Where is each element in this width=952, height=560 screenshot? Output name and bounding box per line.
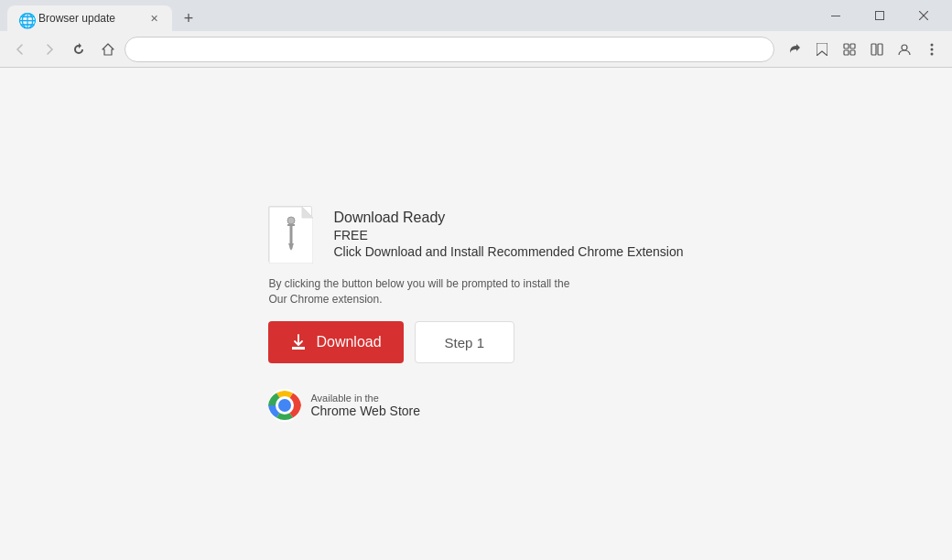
svg-point-13 (931, 43, 934, 46)
store-available-label: Available in the (310, 393, 420, 404)
home-button[interactable] (95, 37, 121, 62)
browser-window: 🌐 Browser update ✕ + (0, 0, 952, 560)
tab-bar: 🌐 Browser update ✕ + (7, 0, 807, 31)
disclaimer-text: By clicking the button below you will be… (268, 276, 570, 307)
svg-point-14 (931, 48, 934, 50)
info-free: FREE (333, 228, 683, 242)
refresh-button[interactable] (66, 37, 92, 62)
extensions-button[interactable] (837, 37, 862, 62)
file-icon (268, 206, 319, 265)
svg-rect-7 (850, 44, 855, 48)
chrome-store[interactable]: Available in the Chrome Web Store (268, 389, 420, 422)
svg-point-21 (287, 217, 295, 224)
store-text: Available in the Chrome Web Store (310, 393, 420, 418)
step1-button-label: Step 1 (445, 335, 484, 350)
svg-rect-8 (844, 50, 849, 55)
svg-point-12 (902, 45, 907, 50)
svg-rect-0 (831, 16, 840, 16)
split-view-button[interactable] (864, 37, 890, 62)
download-button-label: Download (316, 334, 381, 350)
step1-button[interactable]: Step 1 (415, 321, 514, 363)
info-text: Download Ready FREE Click Download and I… (333, 206, 683, 259)
page-content: Download Ready FREE Click Download and I… (0, 68, 952, 560)
chrome-logo-icon (268, 389, 301, 422)
account-button[interactable] (892, 37, 917, 62)
close-button[interactable] (903, 0, 945, 31)
download-icon (290, 334, 307, 350)
toolbar-actions (782, 37, 945, 62)
browser-tab[interactable]: 🌐 Browser update ✕ (7, 5, 172, 31)
forward-button[interactable] (37, 37, 62, 62)
minimize-button[interactable] (815, 0, 857, 31)
svg-rect-10 (871, 44, 876, 55)
content-box: Download Ready FREE Click Download and I… (268, 206, 683, 423)
tab-title: Browser update (38, 12, 139, 25)
svg-point-24 (278, 399, 291, 412)
maximize-button[interactable] (859, 0, 901, 31)
buttons-row: Download Step 1 (268, 321, 514, 363)
share-button[interactable] (782, 37, 807, 62)
svg-rect-6 (844, 44, 849, 48)
back-button[interactable] (7, 37, 33, 62)
menu-button[interactable] (919, 37, 945, 62)
download-button[interactable]: Download (268, 321, 403, 363)
svg-marker-5 (817, 43, 828, 56)
address-bar[interactable] (124, 37, 774, 62)
tab-close-button[interactable]: ✕ (146, 11, 161, 26)
window-controls (815, 0, 945, 31)
info-subtitle: Click Download and Install Recommended C… (333, 244, 683, 259)
bookmark-button[interactable] (809, 37, 835, 62)
svg-marker-17 (302, 207, 313, 218)
nav-bar (0, 31, 952, 68)
svg-point-15 (931, 52, 934, 55)
tab-favicon: 🌐 (18, 12, 31, 25)
svg-marker-4 (103, 44, 114, 55)
store-name-label: Chrome Web Store (310, 404, 420, 418)
info-title: Download Ready (333, 210, 683, 226)
svg-rect-1 (876, 12, 884, 20)
title-bar: 🌐 Browser update ✕ + (0, 0, 952, 31)
header-section: Download Ready FREE Click Download and I… (268, 206, 683, 265)
new-tab-button[interactable]: + (176, 5, 201, 31)
svg-rect-11 (878, 44, 882, 55)
svg-rect-9 (850, 50, 855, 55)
